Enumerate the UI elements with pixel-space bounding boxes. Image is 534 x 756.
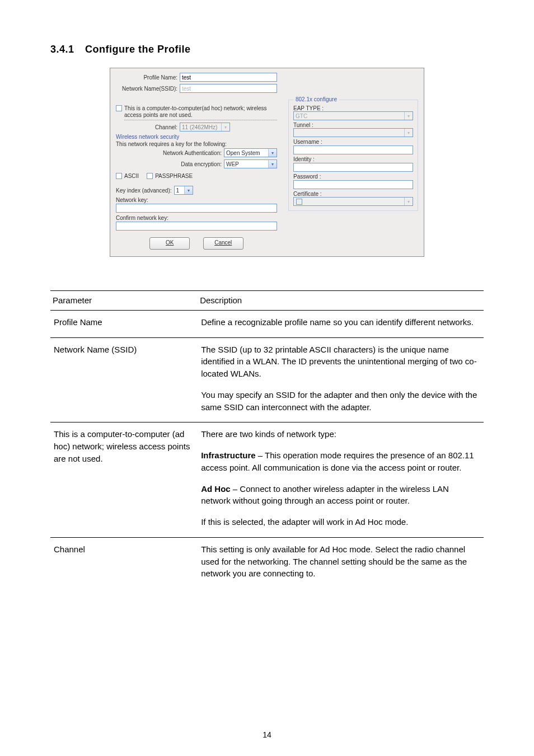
chevron-down-icon: ▾	[268, 149, 277, 157]
eap-type-value: GTC	[296, 113, 404, 119]
eap-type-select[interactable]: GTC ▾	[293, 111, 413, 120]
table-row: Network Name (SSID)The SSID (up to 32 pr…	[50, 337, 484, 422]
table-row: This is a computer-to-computer (ad hoc) …	[50, 422, 484, 538]
password-input[interactable]	[293, 180, 413, 189]
network-key-input[interactable]	[116, 204, 277, 213]
key-index-select[interactable]: 1 ▾	[174, 186, 193, 195]
username-label: Username :	[293, 139, 413, 145]
col-header-description: Description	[198, 291, 484, 311]
eap-type-label: EAP TYPE :	[293, 105, 413, 111]
parameter-table: Parameter Description Profile NameDefine…	[50, 290, 484, 589]
confirm-key-input[interactable]	[116, 222, 277, 231]
adhoc-checkbox[interactable]	[116, 105, 122, 111]
description-cell: This setting is only available for Ad Ho…	[198, 537, 484, 589]
tunnel-select[interactable]: ▾	[293, 128, 413, 137]
description-paragraph: There are two kinds of network type:	[201, 428, 480, 440]
data-enc-select[interactable]: WEP ▾	[224, 159, 277, 168]
section-number: 3.4.1	[50, 44, 74, 55]
channel-select[interactable]: 11 (2462MHz) ▾	[180, 123, 230, 132]
description-paragraph: The SSID (up to 32 printable ASCII chara…	[201, 344, 480, 380]
col-header-parameter: Parameter	[50, 291, 198, 311]
section-heading: 3.4.1 Configure the Profile	[50, 44, 484, 55]
table-row: ChannelThis setting is only available fo…	[50, 537, 484, 589]
8021x-group-legend: 802.1x configure	[293, 96, 339, 102]
parameter-cell: Profile Name	[50, 310, 198, 337]
description-cell: Define a recognizable profile name so yo…	[198, 310, 484, 337]
ascii-checkbox[interactable]	[116, 173, 122, 179]
key-index-value: 1	[176, 187, 184, 194]
ascii-label: ASCII	[124, 173, 139, 179]
description-paragraph: You may specify an SSID for the adapter …	[201, 389, 480, 414]
identity-label: Identity :	[293, 156, 413, 162]
ssid-input[interactable]	[180, 84, 277, 93]
page-number: 14	[0, 730, 534, 739]
section-title-text: Configure the Profile	[85, 44, 191, 55]
parameter-cell: This is a computer-to-computer (ad hoc) …	[50, 422, 198, 538]
chevron-down-icon: ▾	[404, 198, 413, 205]
profile-config-dialog: Profile Name: Network Name(SSID): This i…	[110, 68, 424, 257]
username-input[interactable]	[293, 145, 413, 154]
net-auth-select[interactable]: Open System ▾	[224, 148, 277, 157]
security-subtext: This network requires a key for the foll…	[116, 141, 277, 147]
data-enc-value: WEP	[226, 161, 268, 167]
net-auth-value: Open System	[226, 150, 268, 156]
chevron-down-icon: ▾	[184, 186, 193, 194]
key-index-label: Key index (advanced):	[116, 187, 172, 194]
profile-name-input[interactable]	[180, 73, 277, 82]
confirm-key-label: Confirm network key:	[116, 215, 277, 221]
tunnel-label: Tunnel :	[293, 122, 413, 128]
certificate-label: Certificate :	[293, 191, 413, 197]
password-label: Password :	[293, 173, 413, 180]
ok-button[interactable]: OK	[149, 237, 190, 250]
wireless-security-heading: Wireless network security	[116, 134, 277, 140]
ssid-label: Network Name(SSID):	[116, 86, 180, 92]
network-key-label: Network key:	[116, 197, 277, 203]
chevron-down-icon: ▾	[404, 129, 413, 137]
passphrase-checkbox[interactable]	[147, 173, 153, 179]
chevron-down-icon: ▾	[268, 160, 277, 168]
table-row: Profile NameDefine a recognizable profil…	[50, 310, 484, 337]
channel-label: Channel:	[116, 124, 180, 130]
cancel-button[interactable]: Cancel	[203, 237, 243, 250]
certificate-select[interactable]: ▾	[293, 197, 413, 206]
parameter-cell: Channel	[50, 537, 198, 589]
net-auth-label: Network Authentication:	[116, 150, 224, 156]
chevron-down-icon: ▾	[221, 123, 229, 131]
chevron-down-icon: ▾	[404, 112, 413, 120]
passphrase-label: PASSPHRASE	[155, 173, 193, 179]
description-cell: The SSID (up to 32 printable ASCII chara…	[198, 337, 484, 422]
parameter-cell: Network Name (SSID)	[50, 337, 198, 422]
profile-name-label: Profile Name:	[116, 74, 180, 81]
certificate-checkbox[interactable]	[296, 199, 302, 205]
description-cell: There are two kinds of network type:Infr…	[198, 422, 484, 538]
adhoc-label: This is a computer-to-computer(ad hoc) n…	[124, 105, 277, 120]
description-paragraph: Ad Hoc – Connect to another wireless ada…	[201, 483, 480, 508]
identity-input[interactable]	[293, 163, 413, 172]
data-enc-label: Data encryption:	[116, 161, 224, 167]
description-paragraph: Infrastructure – This operation mode req…	[201, 449, 480, 474]
channel-value: 11 (2462MHz)	[182, 124, 221, 130]
description-paragraph: This setting is only available for Ad Ho…	[201, 543, 480, 580]
description-paragraph: If this is selected, the adapter will wo…	[201, 516, 480, 528]
description-paragraph: Define a recognizable profile name so yo…	[201, 316, 480, 328]
